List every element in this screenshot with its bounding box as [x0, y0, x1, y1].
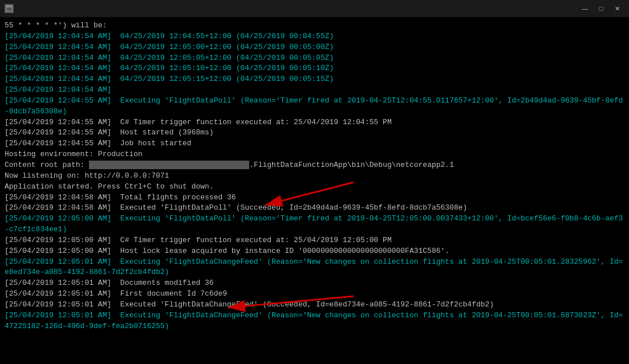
terminal-line: [25/04/2019 12:04:54 AM] 04/25/2019 12:0…: [5, 42, 624, 53]
terminal-line: [25/04/2019 12:05:01 AM] Executed 'Fligh…: [5, 300, 624, 310]
terminal-line: [25/04/2019 12:04:55 AM] Executing 'Flig…: [5, 96, 624, 117]
terminal-line: 55 * * * * *') will be:: [5, 21, 624, 31]
terminal-line: [25/04/2019 12:05:01 AM] Executing 'Flig…: [5, 257, 624, 279]
svg-rect-1: [6, 6, 12, 7]
terminal-line: [25/04/2019 12:05:01 AM] First document …: [5, 289, 624, 300]
terminal-line: [25/04/2019 12:04:55 AM] Job host starte…: [5, 138, 624, 149]
terminal-output[interactable]: 55 * * * * *') will be:[25/04/2019 12:04…: [0, 17, 629, 364]
terminal-line: Hosting environment: Production: [5, 149, 624, 160]
terminal-line: [25/04/2019 12:05:00 AM] Executing 'Flig…: [5, 214, 624, 235]
terminal-line: [25/04/2019 12:04:54 AM] 04/25/2019 12:0…: [5, 63, 624, 74]
window-icon: [5, 4, 14, 13]
terminal-window: — □ ✕: [0, 0, 629, 364]
title-bar: — □ ✕: [0, 0, 629, 17]
terminal-line: [25/04/2019 12:04:54 AM]: [5, 85, 624, 96]
terminal-line: [25/04/2019 12:04:55 AM] C# Timer trigge…: [5, 117, 624, 128]
terminal-line: [25/04/2019 12:05:00 AM] Host lock lease…: [5, 246, 624, 257]
terminal-line: [25/04/2019 12:04:55 AM] Host started (3…: [5, 128, 624, 138]
terminal-line: [25/04/2019 12:04:58 AM] Total flights p…: [5, 193, 624, 203]
terminal-line: [25/04/2019 12:04:58 AM] Executed 'Fligh…: [5, 203, 624, 214]
title-bar-left: [5, 4, 17, 13]
maximize-button[interactable]: □: [594, 3, 608, 14]
close-button[interactable]: ✕: [610, 3, 624, 14]
terminal-line: [25/04/2019 12:04:54 AM] 04/25/2019 12:0…: [5, 74, 624, 85]
terminal-line: [25/04/2019 12:04:54 AM] 04/25/2019 12:0…: [5, 53, 624, 64]
window-controls: — □ ✕: [578, 3, 624, 14]
minimize-button[interactable]: —: [578, 3, 593, 14]
terminal-line: Application started. Press Ctrl+C to shu…: [5, 182, 624, 193]
terminal-line: Now listening on: http://0.0.0.0:7071: [5, 171, 624, 182]
terminal-line: Content root path: .FlightDataFunctionAp…: [5, 160, 624, 171]
terminal-line: [25/04/2019 12:05:00 AM] C# Timer trigge…: [5, 235, 624, 246]
content-area: 55 * * * * *') will be:[25/04/2019 12:04…: [0, 17, 629, 364]
terminal-line: [25/04/2019 12:05:01 AM] Executing 'Flig…: [5, 310, 624, 332]
terminal-line: [25/04/2019 12:05:01 AM] Documents modif…: [5, 278, 624, 289]
terminal-line: [25/04/2019 12:04:54 AM] 04/25/2019 12:0…: [5, 31, 624, 42]
